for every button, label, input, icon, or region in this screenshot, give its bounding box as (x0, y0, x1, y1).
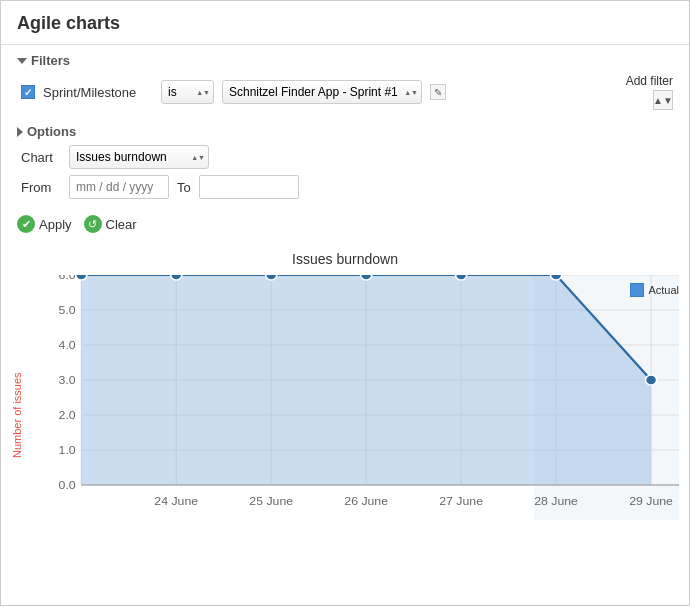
add-filter-label: Add filter (626, 74, 673, 88)
svg-point-34 (551, 275, 562, 280)
chart-inner: Actual (31, 275, 679, 555)
svg-point-31 (266, 275, 277, 280)
sprint-filter-row: Sprint/Milestone is is not Schnitzel Fin… (21, 74, 673, 110)
svg-point-32 (361, 275, 372, 280)
svg-text:25 June: 25 June (249, 495, 293, 507)
add-filter-icon[interactable]: ▲▼ (653, 90, 673, 110)
svg-point-29 (76, 275, 87, 280)
chart-type-select[interactable]: Issues burndown Velocity Cumulative flow (69, 145, 209, 169)
chart-type-row: Chart Issues burndown Velocity Cumulativ… (21, 145, 673, 169)
svg-text:0.0: 0.0 (59, 479, 77, 491)
chart-type-label: Chart (21, 150, 61, 165)
legend-color-box (630, 283, 644, 297)
options-section: Options Chart Issues burndown Velocity C… (1, 120, 689, 209)
clear-button[interactable]: ↺ Clear (84, 215, 137, 233)
legend-label: Actual (648, 284, 679, 296)
date-range-row: From To 06 / 29 / 2015 (21, 175, 673, 199)
sprint-value-select-wrapper: Schnitzel Finder App - Sprint #1 Schnitz… (222, 80, 422, 104)
options-label: Options (27, 124, 76, 139)
sprint-filter-label: Sprint/Milestone (43, 85, 153, 100)
options-collapse-icon (17, 127, 23, 137)
svg-point-30 (171, 275, 182, 280)
filters-section: Filters Sprint/Milestone is is not Schni… (1, 45, 689, 120)
chart-container: Issues burndown Number of issues Actual (1, 243, 689, 565)
sprint-checkbox[interactable] (21, 85, 35, 99)
sprint-value-select[interactable]: Schnitzel Finder App - Sprint #1 Schnitz… (222, 80, 422, 104)
svg-text:26 June: 26 June (344, 495, 388, 507)
to-date-input[interactable]: 06 / 29 / 2015 (199, 175, 299, 199)
svg-text:3.0: 3.0 (59, 374, 77, 386)
svg-text:29 June: 29 June (629, 495, 673, 507)
apply-icon: ✔ (17, 215, 35, 233)
svg-marker-28 (81, 275, 651, 485)
chart-area: Number of issues Actual (11, 275, 679, 555)
operator-select-wrapper: is is not (161, 80, 214, 104)
to-label: To (177, 180, 191, 195)
operator-select[interactable]: is is not (161, 80, 214, 104)
apply-label: Apply (39, 217, 72, 232)
from-label: From (21, 180, 61, 195)
add-filter-area: Add filter ▲▼ (626, 74, 673, 110)
page-wrapper: Agile charts Filters Sprint/Milestone is… (0, 0, 690, 606)
svg-point-35 (645, 375, 656, 385)
actions-row: ✔ Apply ↺ Clear (1, 209, 689, 243)
svg-text:24 June: 24 June (154, 495, 198, 507)
svg-text:5.0: 5.0 (59, 304, 77, 316)
svg-text:2.0: 2.0 (59, 409, 77, 421)
filters-collapse-icon (17, 58, 27, 64)
page-title: Agile charts (1, 1, 689, 45)
filters-header[interactable]: Filters (17, 53, 673, 68)
svg-text:27 June: 27 June (439, 495, 483, 507)
clear-label: Clear (106, 217, 137, 232)
svg-point-33 (456, 275, 467, 280)
filters-label: Filters (31, 53, 70, 68)
chart-title: Issues burndown (11, 251, 679, 267)
clear-icon: ↺ (84, 215, 102, 233)
from-date-input[interactable] (69, 175, 169, 199)
svg-text:28 June: 28 June (534, 495, 578, 507)
sprint-edit-icon[interactable]: ✎ (430, 84, 446, 100)
svg-text:4.0: 4.0 (59, 339, 77, 351)
chart-type-select-wrapper: Issues burndown Velocity Cumulative flow (69, 145, 209, 169)
apply-button[interactable]: ✔ Apply (17, 215, 72, 233)
chart-svg: 0.0 1.0 2.0 3.0 4.0 5.0 6.0 24 June 25 J… (31, 275, 679, 555)
y-axis-label: Number of issues (11, 275, 31, 555)
options-header[interactable]: Options (17, 124, 673, 139)
svg-text:6.0: 6.0 (59, 275, 77, 281)
chart-legend: Actual (630, 283, 679, 297)
svg-text:1.0: 1.0 (59, 444, 77, 456)
